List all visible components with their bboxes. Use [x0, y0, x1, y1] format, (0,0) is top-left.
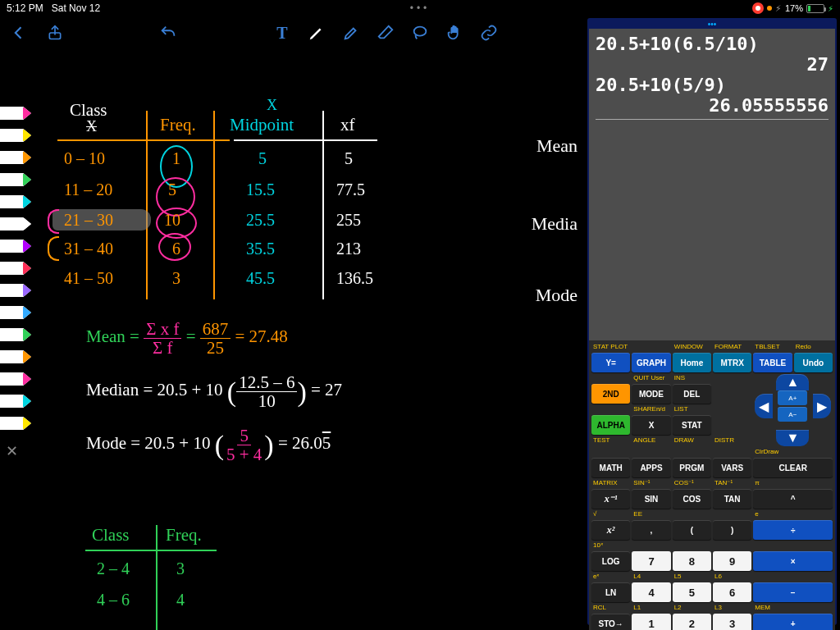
calc-key-9[interactable]: 9 [713, 551, 751, 571]
undo-button[interactable] [159, 24, 177, 42]
calc-key-undo[interactable]: Undo [794, 353, 833, 372]
calc-key-math[interactable]: MATH [591, 458, 630, 477]
calc-key-2nd[interactable]: 2ND [591, 384, 630, 404]
calc-key-7[interactable]: 7 [632, 551, 670, 571]
app-toolbar: T [0, 18, 586, 48]
table-line [156, 525, 158, 630]
calc-key-cos[interactable]: COS [673, 489, 711, 509]
cell: 3 [172, 269, 180, 288]
calc-key-del[interactable]: DEL [673, 384, 711, 404]
calc-key-5[interactable]: 5 [673, 582, 711, 602]
calc-keypad: STAT PLOTWINDOWFORMATTBLSETRedo Y= GRAPH… [589, 340, 835, 630]
table-line [234, 139, 377, 141]
cell: 25.5 [246, 211, 275, 230]
calc-title-bar[interactable]: ••• [589, 20, 835, 29]
multitasking-dots[interactable]: ••• [410, 2, 431, 14]
table-header: X [267, 97, 277, 114]
calc-key-sin[interactable]: SIN [632, 489, 670, 509]
highlighter-tool[interactable] [341, 23, 361, 43]
brace [48, 236, 59, 261]
text-tool[interactable]: T [272, 23, 292, 43]
calc-key-6[interactable]: 6 [713, 582, 751, 602]
mean-line: Mean = Σ x fΣ f = 68725 = 27.48 [86, 320, 288, 357]
calc-key-x[interactable]: X [632, 415, 670, 435]
calc-key-comma[interactable]: , [632, 520, 670, 540]
calc-key-xinv[interactable]: x⁻¹ [591, 489, 630, 509]
cell: 77.5 [336, 180, 365, 199]
calc-key-log[interactable]: LOG [591, 551, 630, 571]
cell: 5 [258, 149, 267, 168]
mic-indicator [767, 6, 772, 11]
table-header-x: X [86, 118, 97, 135]
calc-key-home[interactable]: Home [673, 353, 711, 372]
lasso-tool[interactable] [410, 23, 430, 43]
calc-key-vars[interactable]: VARS [713, 458, 751, 477]
cell: 45.5 [246, 269, 275, 288]
cell: 5 [168, 180, 176, 199]
calc-key-add[interactable]: + [753, 614, 833, 630]
pen-tool[interactable] [307, 23, 326, 43]
calc-key-rparen[interactable]: ) [713, 520, 751, 540]
calc-key-stat[interactable]: STAT [673, 415, 711, 435]
calc-arrow-up[interactable]: ▲ [776, 374, 809, 390]
canvas[interactable]: Class X Freq. X Midpoint xf 0 – 10 1 5 5… [0, 49, 586, 630]
calc-key-graph[interactable]: GRAPH [632, 353, 670, 372]
calc-key-div[interactable]: ÷ [753, 520, 833, 540]
eraser-tool[interactable] [376, 23, 395, 43]
cell: 21 – 30 [64, 211, 113, 230]
table2-header: Class [92, 525, 130, 546]
charging-icon: ⚡︎ [828, 4, 833, 13]
calc-arrowpad: ▲ ◀ ▶ ▼ A+ A− [753, 374, 833, 446]
brace [48, 209, 59, 234]
calc-key-clear[interactable]: CLEAR [753, 458, 833, 477]
cell: 2 – 4 [97, 559, 130, 578]
calc-display[interactable]: 20.5+10(6.5/10) 27 20.5+10(5/9) 26.05555… [589, 29, 835, 340]
calc-key-4[interactable]: 4 [632, 582, 670, 602]
calc-key-2[interactable]: 2 [673, 614, 711, 630]
calc-key-yeq[interactable]: Y= [591, 353, 630, 372]
table-line [146, 111, 148, 299]
calc-key-prgm[interactable]: PRGM [673, 458, 711, 477]
table-header: Freq. [160, 115, 196, 135]
cell: 31 – 40 [64, 240, 113, 258]
calc-key-pow[interactable]: ^ [753, 489, 833, 509]
back-button[interactable] [10, 24, 28, 42]
calc-key-3[interactable]: 3 [713, 614, 751, 630]
calc-key-apps[interactable]: APPS [632, 458, 670, 477]
side-label: Mode [536, 285, 578, 306]
calc-key-tan[interactable]: TAN [713, 489, 751, 509]
calc-key-sto[interactable]: STO→ [591, 614, 630, 630]
calc-key-alpha[interactable]: ALPHA [591, 415, 630, 435]
calc-key-mode[interactable]: MODE [632, 384, 670, 404]
calc-key-mul[interactable]: × [753, 551, 833, 571]
calc-key-sub[interactable]: − [753, 582, 833, 602]
cell: 213 [336, 240, 361, 258]
table-line [85, 550, 217, 551]
calc-line: 27 [596, 54, 829, 75]
calc-key-8[interactable]: 8 [673, 551, 711, 571]
calc-aminus[interactable]: A− [778, 407, 807, 422]
calc-arrow-left[interactable]: ◀ [755, 394, 773, 418]
cell: 10 [164, 211, 180, 230]
table-line [322, 111, 324, 299]
calc-key-table[interactable]: TABLE [753, 353, 792, 372]
cell: 3 [176, 559, 185, 578]
calc-arrow-right[interactable]: ▶ [813, 394, 831, 418]
calc-key-mtrx[interactable]: MTRX [713, 353, 751, 372]
share-button[interactable] [46, 24, 64, 42]
cell: 6 [172, 240, 180, 258]
hand-tool[interactable] [445, 23, 464, 43]
calc-line: 26.05555556 [596, 95, 829, 116]
calc-aplus[interactable]: A+ [778, 390, 807, 405]
recording-indicator[interactable] [752, 2, 764, 14]
calc-key-lparen[interactable]: ( [673, 520, 711, 540]
calc-line: 20.5+10(6.5/10) [596, 34, 829, 54]
calc-arrow-down[interactable]: ▼ [776, 430, 809, 446]
table-line [57, 139, 230, 141]
calc-key-xsq[interactable]: x² [591, 520, 630, 540]
svg-point-1 [414, 27, 427, 36]
calc-key-1[interactable]: 1 [632, 614, 670, 630]
mode-line: Mode = 20.5 + 10 (55 + 4) = 26.05 [86, 427, 331, 463]
calc-key-ln[interactable]: LN [591, 582, 630, 602]
link-tool[interactable] [479, 23, 499, 43]
